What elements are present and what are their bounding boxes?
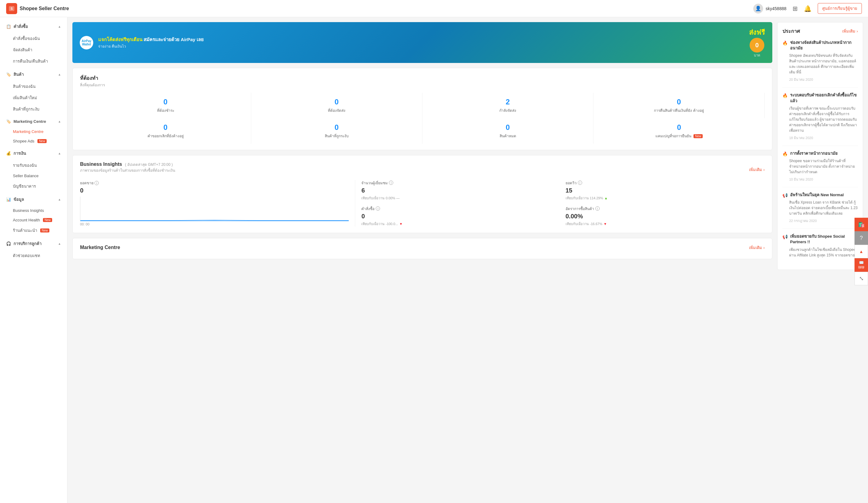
insights-title: Business Insights (80, 162, 122, 167)
conversion-down-icon: ▼ (603, 222, 607, 226)
announcement-item-3[interactable]: 🔥 การตั้งราคาหน้ากากอนามัย Shopee ขอความ… (783, 151, 858, 187)
fire-icon-1: 🔥 (783, 41, 788, 46)
header: S Shopee Seller Centre 👤 sky458888 ⊞ 🔔 ศ… (0, 0, 868, 17)
chart-sales-value: 0 (80, 187, 349, 194)
ann-1-title: ช่องทางจัดส่งสินค้าประเภทหน้ากากอนามัย (790, 40, 858, 51)
sidebar-section-products: 🏷️ สินค้า ▲ สินค้าของฉัน เพิ่มสินค้าใหม่… (0, 68, 67, 115)
metric-views-compare: เทียบกับเมื่อวาน 114.29% ▲ (566, 195, 765, 201)
sidebar-item-my-products[interactable]: สินค้าของฉัน (0, 81, 67, 92)
floating-fullscreen[interactable]: ⤡ (855, 272, 868, 285)
sidebar-item-banned-products[interactable]: สินค้าที่ถูกระงับ (0, 103, 67, 115)
todo-item-to-pay[interactable]: 0 ที่ต้องชำระ (80, 93, 251, 118)
sidebar-section-cs-header[interactable]: 🎧 การบริการลูกค้า ▲ (0, 238, 67, 250)
chart-area: ยอดขาย i 0 00: 00 (80, 180, 355, 227)
marketing-icon: 🏷️ (6, 119, 11, 124)
metric-visitors-value: 6 (361, 187, 560, 194)
visitors-info-icon[interactable]: i (389, 181, 393, 185)
shopee-ads-badge: New (38, 139, 46, 143)
sidebar-item-seller-balance[interactable]: Seller Balance (0, 171, 67, 181)
announcement-item-2[interactable]: 🔥 ระบบตอบรับคำขอยกเลิกคำสั่งซื้อแก้ไขแล้… (783, 92, 858, 145)
metric-orders-compare: เทียบกับเมื่อวาน -100.0... ▼ (361, 221, 560, 227)
todo-label-return: การคืนสินค้า/คืนเงินที่ยัง ค้างอยู่ (598, 108, 760, 113)
ann-5-body: เพียงชวนลูกค้าในโซเชียลมีเดียใน Shopee ผ… (783, 247, 858, 258)
orders-down-icon: ▼ (399, 222, 403, 226)
sidebar-finance-label: การเงิน (13, 150, 26, 157)
todo-item-shipping[interactable]: 2 กำลังจัดส่ง (422, 93, 593, 118)
orders-info-icon[interactable]: i (376, 207, 380, 211)
todo-label-shipping: กำลังจัดส่ง (427, 108, 588, 113)
sidebar-item-add-product[interactable]: เพิ่มสินค้าใหม่ (0, 92, 67, 103)
sidebar-item-ship-products[interactable]: จัดส่งสินค้า (0, 44, 67, 56)
announcements-more-link[interactable]: เพิ่มเติม › (842, 28, 858, 34)
views-info-icon[interactable]: i (578, 181, 582, 185)
announcement-item-1[interactable]: 🔥 ช่องทางจัดส่งสินค้าประเภทหน้ากากอนามัย… (783, 40, 858, 88)
todo-label-to-ship: ที่ต้องจัดส่ง (256, 108, 417, 113)
sidebar-item-bank-account[interactable]: บัญชีธนาคาร (0, 181, 67, 192)
sidebar-item-my-orders[interactable]: คำสั่งซื้อของฉัน (0, 33, 67, 44)
todo-subtitle: สิ่งที่คุณต้องการ (80, 82, 105, 88)
airpay-banner[interactable]: AirPayWallet แจกโค้ดส่งฟรีทุกเดือน สมัคร… (72, 22, 772, 63)
sales-info-icon[interactable]: i (94, 181, 99, 185)
fire-icon-5: 📢 (783, 234, 788, 239)
shopee-logo-icon: S (6, 3, 17, 14)
sidebar-section-finance-header[interactable]: 💰 การเงิน ▲ (0, 147, 67, 160)
sidebar-item-account-health[interactable]: Account Health New (0, 215, 67, 225)
sidebar-section-orders-header[interactable]: 📋 คำสั่งซื้อ ▲ (0, 20, 67, 33)
todo-value-shipping: 2 (427, 98, 588, 106)
sidebar-item-returns[interactable]: การคืนเงิน/คืนสินค้า (0, 56, 67, 67)
todo-item-campaign[interactable]: 0 แคมเปญที่รอการยืนยัน New (593, 118, 765, 144)
sidebar-item-recommended-shops[interactable]: ร้านค้าแนะนำ New (0, 225, 67, 236)
marketing-card-title: Marketing Centre (80, 245, 120, 250)
conversion-info-icon[interactable]: i (595, 207, 600, 211)
chart-time: 00: 00 (80, 222, 349, 226)
metric-orders: คำสั่งซื้อ i 0 เทียบกับเมื่อวาน -100.0..… (361, 206, 560, 227)
grid-icon[interactable]: ⊞ (793, 5, 798, 12)
sidebar-section-data-header[interactable]: 📊 ข้อมูล ▲ (0, 193, 67, 206)
main-content: AirPayWallet แจกโค้ดส่งฟรีทุกเดือน สมัคร… (72, 22, 772, 498)
floating-scroll-up[interactable]: ▲ (855, 245, 868, 258)
insights-more-link[interactable]: เพิ่มเติม › (749, 167, 765, 173)
data-chevron: ▲ (58, 198, 61, 201)
announcement-item-4[interactable]: 📢 อัพร้านใหม่ในยุค New Normal สินเชื่อ X… (783, 192, 858, 229)
metric-conversion-compare: เทียบกับเมื่อวาน -16.67% ▼ (566, 221, 765, 227)
sidebar-item-income[interactable]: รายรับของฉัน (0, 160, 67, 171)
logo: S Shopee Seller Centre (6, 3, 69, 14)
todo-value-banned: 0 (256, 123, 417, 132)
sidebar-section-customer-service: 🎧 การบริการลูกค้า ▲ ตัวช่วยตอบแชท (0, 238, 67, 261)
todo-item-sold-out[interactable]: 0 สินค้าหมด (422, 118, 593, 144)
sidebar-section-products-header[interactable]: 🏷️ สินค้า ▲ (0, 68, 67, 81)
ann-3-title: การตั้งราคาหน้ากากอนามัย (790, 151, 838, 156)
floating-shop-icon[interactable]: 🛍️ (855, 218, 868, 231)
todo-value-campaign: 0 (598, 123, 760, 132)
sidebar-section-marketing-header[interactable]: 🏷️ Marketing Centre ▲ (0, 116, 67, 127)
ann-1-header: 🔥 ช่องทางจัดส่งสินค้าประเภทหน้ากากอนามัย (783, 40, 858, 51)
airpay-logo: AirPayWallet (80, 36, 93, 49)
todo-value-cancellation: 0 (85, 123, 246, 132)
announcement-item-5[interactable]: 📢 เพิ่มยอดขายกับ Shopee Social Partners … (783, 234, 858, 264)
ann-4-header: 📢 อัพร้านใหม่ในยุค New Normal (783, 192, 858, 198)
todo-header: ที่ต้องทำ สิ่งที่คุณต้องการ (80, 74, 765, 88)
sidebar-item-marketing-centre[interactable]: Marketing Centre (0, 127, 67, 136)
finance-chevron: ▲ (58, 152, 61, 155)
help-button[interactable]: ศูนย์การเรียนรู้ผู้ขาย (818, 3, 862, 14)
header-right: 👤 sky458888 ⊞ 🔔 ศูนย์การเรียนรู้ผู้ขาย (753, 3, 862, 14)
floating-bar: 🛍️ ? ▲ ✉️ 聊聊 ⤡ (855, 218, 868, 285)
recommended-shops-badge: New (40, 229, 49, 232)
todo-item-banned[interactable]: 0 สินค้าที่ถูกระงับ (251, 118, 422, 144)
sidebar-item-shopee-ads[interactable]: Shopee Ads New (0, 136, 67, 146)
todo-label-to-pay: ที่ต้องชำระ (85, 108, 246, 113)
floating-chat-btn[interactable]: ✉️ 聊聊 (855, 258, 868, 272)
sidebar-item-chatbot[interactable]: ตัวช่วยตอบแชท (0, 250, 67, 261)
sidebar-item-business-insights[interactable]: Business Insights (0, 206, 67, 215)
marketing-chevron: ▲ (58, 120, 61, 123)
todo-item-to-ship[interactable]: 0 ที่ต้องจัดส่ง (251, 93, 422, 118)
todo-item-cancellation[interactable]: 0 คำขอยกเลิกที่ยังค้างอยู่ (80, 118, 251, 144)
floating-help-icon[interactable]: ? (855, 231, 868, 245)
bell-icon[interactable]: 🔔 (804, 5, 812, 12)
marketing-more-link[interactable]: เพิ่มเติม › (749, 244, 765, 251)
insights-header: Business Insights ( อัปเดตล่าสุด GMT+7 2… (80, 162, 765, 178)
sidebar-section-marketing: 🏷️ Marketing Centre ▲ Marketing Centre S… (0, 116, 67, 146)
ann-3-header: 🔥 การตั้งราคาหน้ากากอนามัย (783, 151, 858, 156)
todo-item-return-refund[interactable]: 0 การคืนสินค้า/คืนเงินที่ยัง ค้างอยู่ (593, 93, 765, 118)
username: sky458888 (766, 6, 786, 11)
